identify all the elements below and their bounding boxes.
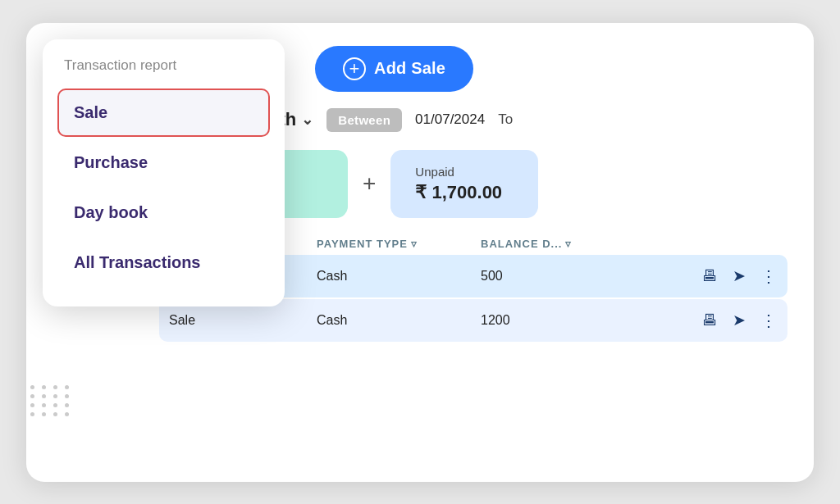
share-icon[interactable]: ➤ bbox=[733, 266, 746, 285]
cell-balance: 1200 bbox=[481, 313, 645, 328]
dot-decoration bbox=[53, 403, 57, 407]
dot-decoration bbox=[30, 385, 34, 389]
dot-decoration bbox=[53, 394, 57, 398]
balance-filter-icon[interactable]: ▿ bbox=[565, 238, 572, 250]
cell-payment: Cash bbox=[317, 313, 481, 328]
plus-symbol: + bbox=[363, 170, 376, 197]
dropdown-item-day-book[interactable]: Day book bbox=[57, 188, 270, 237]
table-actions: 🖶 ➤ ⋮ bbox=[645, 266, 778, 286]
dot-grid-decoration bbox=[30, 385, 71, 416]
unpaid-amount: ₹ 1,700.00 bbox=[415, 182, 514, 203]
share-icon[interactable]: ➤ bbox=[733, 311, 746, 329]
more-options-icon[interactable]: ⋮ bbox=[760, 266, 778, 286]
add-sale-button[interactable]: + Add Sale bbox=[315, 46, 473, 92]
dot-decoration bbox=[42, 403, 46, 407]
dot-decoration bbox=[30, 412, 34, 416]
unpaid-label: Unpaid bbox=[415, 165, 514, 179]
cell-payment: Cash bbox=[317, 269, 481, 284]
print-icon[interactable]: 🖶 bbox=[702, 311, 718, 329]
col-payment-header: PAYMENT TYPE ▿ bbox=[317, 238, 481, 250]
date-value: 01/07/2024 bbox=[415, 111, 485, 128]
table-actions: 🖶 ➤ ⋮ bbox=[645, 311, 778, 330]
dot-decoration bbox=[65, 412, 69, 416]
col-balance-header: BALANCE D... ▿ bbox=[481, 238, 645, 250]
dot-decoration bbox=[65, 394, 69, 398]
more-options-icon[interactable]: ⋮ bbox=[760, 311, 778, 330]
plus-circle-icon: + bbox=[343, 57, 366, 80]
summary-row: Paid ₹ 0.00 + Unpaid ₹ 1,700.00 bbox=[200, 150, 788, 218]
print-icon[interactable]: 🖶 bbox=[702, 267, 718, 285]
between-badge[interactable]: Between bbox=[326, 108, 402, 132]
dropdown-item-purchase[interactable]: Purchase bbox=[57, 138, 270, 187]
dot-decoration bbox=[53, 412, 57, 416]
filter-row: This Month ⌄ Between 01/07/2024 To bbox=[200, 108, 788, 132]
dot-decoration bbox=[30, 394, 34, 398]
dot-decoration bbox=[53, 385, 57, 389]
dropdown-item-sale[interactable]: Sale bbox=[57, 89, 270, 137]
main-card: + Add Sale This Month ⌄ Between 01/07/20… bbox=[26, 23, 814, 482]
dot-decoration bbox=[42, 412, 46, 416]
chevron-down-icon: ⌄ bbox=[301, 111, 313, 129]
dot-decoration bbox=[42, 385, 46, 389]
cell-balance: 500 bbox=[481, 269, 645, 284]
dropdown-title: Transaction report bbox=[57, 57, 270, 74]
col-actions-header bbox=[645, 238, 778, 250]
dot-decoration bbox=[65, 403, 69, 407]
dropdown-item-all-transactions[interactable]: All Transactions bbox=[57, 238, 270, 287]
dot-decoration bbox=[42, 394, 46, 398]
dropdown-menu: Transaction report SalePurchaseDay bookA… bbox=[43, 39, 285, 306]
add-sale-label: Add Sale bbox=[374, 59, 445, 78]
dot-decoration bbox=[30, 403, 34, 407]
dot-decoration bbox=[65, 385, 69, 389]
cell-type: Sale bbox=[169, 313, 317, 328]
to-label: To bbox=[498, 111, 513, 128]
payment-filter-icon[interactable]: ▿ bbox=[411, 238, 418, 250]
unpaid-card: Unpaid ₹ 1,700.00 bbox=[390, 150, 538, 218]
top-row: + Add Sale bbox=[315, 46, 788, 92]
